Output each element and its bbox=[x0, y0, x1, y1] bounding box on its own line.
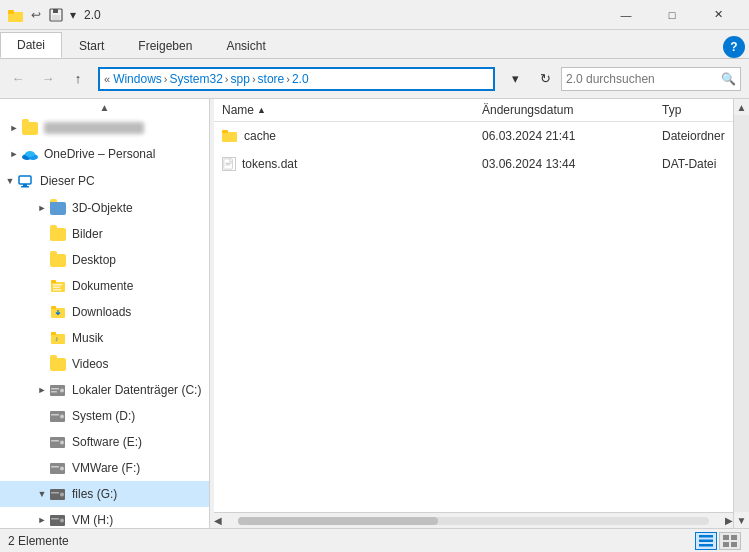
tab-start[interactable]: Start bbox=[62, 32, 121, 58]
label-drive-h: VM (H:) bbox=[72, 513, 113, 527]
title-bar: ↩ ▾ 2.0 — □ ✕ bbox=[0, 0, 749, 30]
path-windows[interactable]: Windows bbox=[113, 72, 162, 86]
scroll-thumb-horizontal[interactable] bbox=[238, 517, 438, 525]
path-sep-4: › bbox=[286, 73, 290, 85]
path-20[interactable]: 2.0 bbox=[292, 72, 309, 86]
sidebar-item-drive-f[interactable]: VMWare (F:) bbox=[0, 455, 209, 481]
svg-rect-39 bbox=[51, 518, 59, 520]
search-input[interactable] bbox=[566, 72, 721, 86]
folder-musik-icon: ♪ bbox=[50, 330, 66, 346]
refresh-button[interactable]: ↻ bbox=[531, 65, 559, 93]
back-button[interactable]: ← bbox=[4, 65, 32, 93]
svg-rect-23 bbox=[51, 388, 59, 390]
maximize-button[interactable]: □ bbox=[649, 0, 695, 30]
close-button[interactable]: ✕ bbox=[695, 0, 741, 30]
sidebar-scroll-up[interactable]: ▲ bbox=[0, 99, 209, 115]
help-button[interactable]: ? bbox=[723, 36, 745, 58]
view-details-button[interactable] bbox=[695, 532, 717, 550]
sidebar-item-downloads[interactable]: Downloads bbox=[0, 299, 209, 325]
onedrive-icon bbox=[22, 146, 38, 162]
horizontal-scrollbar[interactable]: ◀ ▶ bbox=[214, 512, 733, 528]
sidebar-item-user[interactable]: ► bbox=[0, 115, 209, 141]
table-row[interactable]: cache 06.03.2024 21:41 Dateiordner bbox=[214, 122, 733, 150]
search-box[interactable]: 🔍 bbox=[561, 67, 741, 91]
label-dokumente: Dokumente bbox=[72, 279, 133, 293]
onedrive-label: OneDrive – Personal bbox=[44, 147, 155, 161]
scroll-track-horizontal bbox=[238, 517, 709, 525]
sidebar-item-drive-g[interactable]: ▼ files (G:) bbox=[0, 481, 209, 507]
label-3d: 3D-Objekte bbox=[72, 201, 133, 215]
label-desktop: Desktop bbox=[72, 253, 116, 267]
path-sep-1: › bbox=[164, 73, 168, 85]
svg-rect-10 bbox=[21, 186, 29, 188]
svg-rect-36 bbox=[51, 492, 59, 494]
minimize-button[interactable]: — bbox=[603, 0, 649, 30]
drive-g-icon bbox=[50, 486, 66, 502]
svg-point-7 bbox=[25, 151, 35, 157]
svg-rect-30 bbox=[51, 440, 59, 442]
sidebar-item-this-pc[interactable]: ▼ Dieser PC bbox=[0, 167, 209, 195]
sidebar: ▲ ► ► OneDrive – Personal ▼ bbox=[0, 99, 210, 528]
sidebar-item-bilder[interactable]: Bilder bbox=[0, 221, 209, 247]
label-drive-f: VMWare (F:) bbox=[72, 461, 140, 475]
thispc-label: Dieser PC bbox=[40, 174, 95, 188]
forward-button[interactable]: → bbox=[34, 65, 62, 93]
sidebar-item-3d[interactable]: ► 3D-Objekte bbox=[0, 195, 209, 221]
address-bar[interactable]: « Windows › System32 › spp › store › 2.0 bbox=[98, 67, 495, 91]
sidebar-item-drive-d[interactable]: System (D:) bbox=[0, 403, 209, 429]
scroll-up-arrow[interactable]: ▲ bbox=[734, 99, 749, 115]
path-sep-3: › bbox=[252, 73, 256, 85]
scroll-right-arrow[interactable]: ▶ bbox=[725, 515, 733, 526]
svg-rect-51 bbox=[731, 542, 737, 547]
vertical-scrollbar[interactable]: ▲ ▼ bbox=[733, 99, 749, 528]
svg-rect-44 bbox=[226, 164, 230, 165]
undo-icon[interactable]: ↩ bbox=[28, 7, 44, 23]
path-store[interactable]: store bbox=[258, 72, 285, 86]
sidebar-item-drive-c[interactable]: ► Lokaler Datenträger (C:) bbox=[0, 377, 209, 403]
col-header-type[interactable]: Typ bbox=[662, 103, 725, 117]
sidebar-item-desktop[interactable]: Desktop bbox=[0, 247, 209, 273]
svg-rect-45 bbox=[699, 535, 713, 538]
sidebar-item-onedrive[interactable]: ► OneDrive – Personal bbox=[0, 141, 209, 167]
folder-videos-icon bbox=[50, 356, 66, 372]
expand-icon-g: ▼ bbox=[36, 488, 48, 500]
svg-rect-4 bbox=[53, 9, 58, 13]
svg-rect-1 bbox=[8, 10, 14, 14]
col-header-date[interactable]: Änderungsdatum bbox=[482, 103, 662, 117]
sidebar-item-dokumente[interactable]: Dokumente bbox=[0, 273, 209, 299]
label-drive-e: Software (E:) bbox=[72, 435, 142, 449]
svg-rect-49 bbox=[731, 535, 737, 540]
scroll-left-arrow[interactable]: ◀ bbox=[214, 515, 222, 526]
folder-downloads-icon bbox=[50, 304, 66, 320]
file-type-tokens: DAT-Datei bbox=[662, 157, 725, 171]
sidebar-item-musik[interactable]: ♪ Musik bbox=[0, 325, 209, 351]
path-system32[interactable]: System32 bbox=[169, 72, 222, 86]
blurred-user-label bbox=[44, 122, 144, 134]
view-large-button[interactable] bbox=[719, 532, 741, 550]
path-spp[interactable]: spp bbox=[231, 72, 250, 86]
drive-f-icon bbox=[50, 460, 66, 476]
expand-icon-3d: ► bbox=[36, 202, 48, 214]
dropdown-button[interactable]: ▾ bbox=[501, 65, 529, 93]
expand-icon-d bbox=[36, 410, 48, 422]
drive-e-icon bbox=[50, 434, 66, 450]
tab-datei[interactable]: Datei bbox=[0, 32, 62, 58]
folder-icon bbox=[222, 129, 238, 143]
scroll-down-arrow[interactable]: ▼ bbox=[734, 512, 749, 528]
save-icon[interactable] bbox=[48, 7, 64, 23]
sidebar-item-drive-e[interactable]: Software (E:) bbox=[0, 429, 209, 455]
file-name-cache: cache bbox=[222, 129, 482, 143]
svg-point-22 bbox=[60, 388, 64, 392]
window-title: 2.0 bbox=[84, 8, 603, 22]
window-folder-icon bbox=[8, 7, 24, 23]
label-drive-g: files (G:) bbox=[72, 487, 117, 501]
sidebar-item-videos[interactable]: Videos bbox=[0, 351, 209, 377]
col-header-name[interactable]: Name ▲ bbox=[222, 103, 482, 117]
table-row[interactable]: tokens.dat 03.06.2024 13:44 DAT-Datei bbox=[214, 150, 733, 178]
tab-ansicht[interactable]: Ansicht bbox=[209, 32, 282, 58]
status-bar: 2 Elemente bbox=[0, 528, 749, 552]
sidebar-item-drive-h[interactable]: ► VM (H:) bbox=[0, 507, 209, 528]
address-path: « Windows › System32 › spp › store › 2.0 bbox=[104, 72, 489, 86]
up-button[interactable]: ↑ bbox=[64, 65, 92, 93]
tab-freigeben[interactable]: Freigeben bbox=[121, 32, 209, 58]
